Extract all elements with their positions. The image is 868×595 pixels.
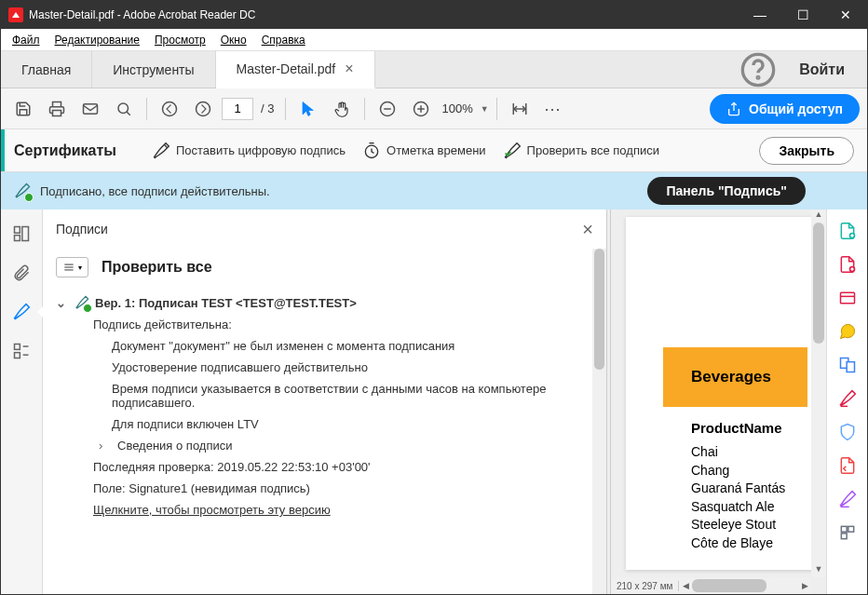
compress-icon[interactable] <box>834 452 861 480</box>
list-item: Chang <box>691 462 807 480</box>
create-pdf-icon[interactable] <box>834 217 861 245</box>
signatures-icon[interactable] <box>7 297 36 327</box>
export-pdf-icon[interactable] <box>834 284 861 312</box>
sign-in-button[interactable]: Войти <box>777 51 867 88</box>
scroll-left-icon[interactable]: ◀ <box>679 581 692 590</box>
signature-version-row[interactable]: ⌄ Вер. 1: Подписан TEST <TEST@TEST.TEST> <box>56 291 593 314</box>
search-icon[interactable] <box>109 94 139 124</box>
thumbnails-icon[interactable] <box>7 219 36 249</box>
close-panel-icon[interactable]: × <box>582 219 593 240</box>
signature-valid-icon <box>14 183 31 199</box>
menu-view[interactable]: Просмотр <box>147 32 213 48</box>
svg-line-5 <box>127 112 130 115</box>
tab-home[interactable]: Главная <box>1 51 92 88</box>
menu-edit[interactable]: Редактирование <box>47 32 147 48</box>
print-icon[interactable] <box>42 94 72 124</box>
prev-page-icon[interactable] <box>155 94 184 124</box>
signature-details-row[interactable]: › Сведения о подписи <box>56 435 593 456</box>
app-icon <box>8 7 23 22</box>
tab-tools[interactable]: Инструменты <box>92 51 215 88</box>
list-item: Guaraná Fantás <box>691 480 807 498</box>
document-view: Beverages ProductName Chai Chang Guaraná… <box>611 210 826 594</box>
select-tool-icon[interactable] <box>293 94 323 124</box>
chevron-right-icon[interactable]: › <box>99 439 112 453</box>
edit-pdf-icon[interactable] <box>834 250 861 278</box>
zoom-out-icon[interactable] <box>373 94 402 124</box>
zoom-dropdown-icon[interactable]: ▼ <box>481 104 489 114</box>
next-page-icon[interactable] <box>188 94 218 124</box>
document-vertical-scrollbar[interactable]: ▲ ▼ <box>811 210 826 577</box>
combine-files-icon[interactable] <box>834 351 861 379</box>
signature-valid-label: Подпись действительна: <box>56 314 593 335</box>
comment-icon[interactable] <box>834 318 861 345</box>
save-icon[interactable] <box>8 94 38 124</box>
window-title: Master-Detail.pdf - Adobe Acrobat Reader… <box>29 8 739 21</box>
signature-field: Поле: Signature1 (невидимая подпись) <box>56 478 593 499</box>
svg-point-1 <box>757 76 759 78</box>
scroll-down-icon[interactable]: ▼ <box>811 564 826 577</box>
svg-rect-38 <box>847 362 854 372</box>
tab-bar: Главная Инструменты Master-Detail.pdf × … <box>1 51 867 88</box>
panel-options-icon[interactable]: ▾ <box>56 257 88 277</box>
list-item: Steeleye Stout <box>691 516 807 534</box>
page-number-input[interactable] <box>222 98 253 120</box>
signature-valid-icon <box>75 295 89 310</box>
fit-width-icon[interactable] <box>505 94 535 124</box>
page-dimensions-label: 210 x 297 мм <box>611 581 679 591</box>
column-header: ProductName <box>691 420 807 436</box>
svg-rect-2 <box>53 110 61 115</box>
menu-bar: Файл Редактирование Просмотр Окно Справк… <box>1 29 867 51</box>
protect-icon[interactable] <box>834 418 861 446</box>
menu-window[interactable]: Окно <box>213 32 254 48</box>
close-certificates-button[interactable]: Закрыть <box>759 137 854 165</box>
organize-icon[interactable] <box>834 385 861 412</box>
svg-rect-22 <box>15 345 20 350</box>
fill-sign-icon[interactable] <box>834 485 861 513</box>
signature-view-version-link[interactable]: Щелкните, чтобы просмотреть эту версию <box>56 499 593 521</box>
window-titlebar: Master-Detail.pdf - Adobe Acrobat Reader… <box>1 1 867 29</box>
attachments-icon[interactable] <box>7 258 36 288</box>
signatures-panel: Подписи × ▾ Проверить все ⌄ Вер. 1: Подп… <box>43 210 606 594</box>
panel-scrollbar[interactable] <box>592 249 606 594</box>
signature-panel-button[interactable]: Панель "Подпись" <box>647 177 806 205</box>
document-horizontal-scrollbar[interactable]: 210 x 297 мм ◀ ▶ <box>611 577 811 594</box>
digital-sign-button[interactable]: Поставить цифровую подпись <box>152 142 346 160</box>
svg-rect-20 <box>15 236 20 241</box>
svg-rect-23 <box>15 353 20 358</box>
zoom-in-icon[interactable] <box>406 94 436 124</box>
scroll-up-icon[interactable]: ▲ <box>811 210 826 223</box>
signatures-panel-header: Подписи × <box>43 210 606 249</box>
mail-icon[interactable] <box>75 94 105 124</box>
minimize-button[interactable]: — <box>739 1 781 29</box>
svg-rect-19 <box>15 227 20 234</box>
svg-rect-42 <box>848 526 853 532</box>
signature-time-info: Время подписи указывается в соответствии… <box>56 378 593 413</box>
more-tools-icon[interactable] <box>834 519 861 547</box>
share-button[interactable]: Общий доступ <box>710 94 860 124</box>
timestamp-button[interactable]: Отметка времени <box>362 142 486 160</box>
more-tools-icon[interactable]: ⋯ <box>538 94 568 124</box>
verify-all-link[interactable]: Проверить все <box>102 259 212 276</box>
chevron-down-icon[interactable]: ⌄ <box>56 296 69 310</box>
signature-doc-unchanged: Документ "документ" не был изменен с мом… <box>56 335 593 357</box>
signatures-panel-toolbar: ▾ Проверить все <box>43 249 606 286</box>
signature-lastcheck: Последняя проверка: 2019.05.22 22:53:10 … <box>56 456 593 478</box>
close-tab-icon[interactable]: × <box>345 61 353 77</box>
left-navigation-rail <box>1 210 43 594</box>
svg-rect-41 <box>841 526 847 532</box>
main-toolbar: / 3 100% ▼ ⋯ Общий доступ <box>1 88 867 129</box>
menu-help[interactable]: Справка <box>254 32 313 48</box>
bookmarks-icon[interactable] <box>7 336 36 366</box>
menu-file[interactable]: Файл <box>5 32 47 48</box>
close-window-button[interactable]: ✕ <box>824 1 867 29</box>
help-icon[interactable] <box>739 51 777 88</box>
hand-tool-icon[interactable] <box>327 94 357 124</box>
verify-all-button[interactable]: Проверить все подписи <box>503 142 659 160</box>
svg-point-7 <box>197 101 210 115</box>
maximize-button[interactable]: ☐ <box>781 1 824 29</box>
signature-banner-text: Подписано, все подписи действительны. <box>40 184 270 198</box>
scroll-right-icon[interactable]: ▶ <box>798 581 811 590</box>
tab-document[interactable]: Master-Detail.pdf × <box>216 51 375 88</box>
svg-rect-35 <box>840 292 854 304</box>
svg-rect-21 <box>22 227 29 241</box>
